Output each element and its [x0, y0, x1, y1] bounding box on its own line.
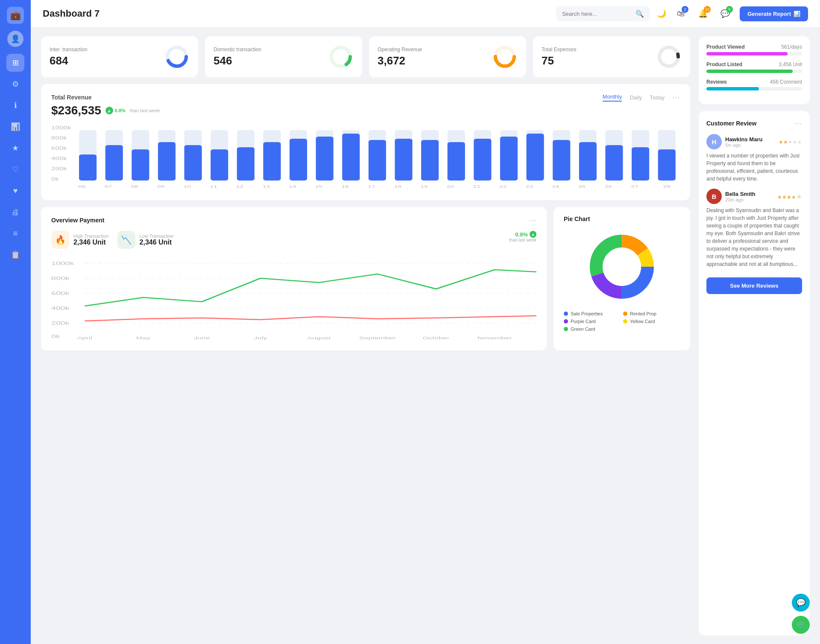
svg-rect-48: [369, 140, 386, 181]
fab-container: 💬 🛒: [792, 594, 810, 634]
sidebar-item-print[interactable]: 🖨: [6, 203, 24, 221]
svg-text:11: 11: [210, 184, 217, 189]
svg-rect-52: [474, 139, 491, 181]
svg-text:20: 20: [447, 184, 454, 189]
header-icons: 🌙 🛍 2 🔔 12 💬 5 Generate Report 📊: [657, 6, 808, 21]
sidebar-item-star[interactable]: ★: [6, 139, 24, 157]
page-title: Dashboard 7: [43, 8, 549, 19]
revenue-more-options[interactable]: ⋯: [672, 93, 680, 102]
revenue-title: Total Revenue: [51, 94, 92, 101]
metric-fill-reviews: [706, 87, 759, 90]
svg-rect-50: [421, 140, 439, 181]
dashboard-right: Product Viewed 561/days Product Listed 3…: [699, 36, 810, 635]
inter-transaction-label: Inter. transaction: [50, 47, 88, 52]
sidebar-item-chart[interactable]: 📊: [6, 118, 24, 136]
review-avatar-1: B: [706, 189, 722, 204]
sidebar-item-list[interactable]: 📋: [6, 246, 24, 264]
svg-rect-45: [290, 139, 307, 181]
message-notification[interactable]: 💬 5: [718, 6, 733, 21]
payment-more-options[interactable]: ⋯: [529, 216, 536, 225]
svg-text:27: 27: [631, 184, 638, 189]
reviews-title: Customer Review: [706, 120, 756, 127]
generate-report-button[interactable]: Generate Report 📊: [740, 6, 808, 21]
low-transaction-icon: 📉: [117, 231, 135, 249]
metric-reviews: Reviews 456 Comment: [706, 79, 802, 90]
see-more-reviews-button[interactable]: See More Reviews: [706, 277, 802, 294]
legend-yellow-card: Yellow Card: [623, 319, 680, 324]
svg-text:13: 13: [263, 184, 270, 189]
theme-toggle-icon[interactable]: 🌙: [657, 9, 666, 18]
tab-today[interactable]: Today: [650, 94, 665, 101]
sidebar-logo[interactable]: 💼: [7, 7, 24, 24]
sidebar-item-dashboard[interactable]: ⊞: [6, 54, 24, 72]
svg-text:0k: 0k: [51, 177, 59, 181]
review-user-0: H Hawkins Maru 5m ago ★★★★★: [706, 134, 802, 149]
payment-title: Overview Payment: [51, 217, 105, 224]
svg-text:800k: 800k: [51, 136, 67, 140]
bell-badge: 12: [704, 6, 711, 13]
stat-card-operating-revenue: Operating Revenue 3,672: [369, 36, 526, 77]
total-expenses-value: 75: [542, 54, 576, 67]
review-time-0: 5m ago: [725, 143, 762, 148]
search-box[interactable]: 🔍: [556, 6, 650, 21]
sidebar-item-heart-fill[interactable]: ♥: [6, 182, 24, 200]
legend-dot-rented: [623, 312, 627, 316]
revenue-change: ▲ 0.8%: [105, 107, 126, 114]
legend-green-card: Green Card: [564, 326, 621, 332]
sidebar-item-settings[interactable]: ⚙: [6, 75, 24, 93]
search-input[interactable]: [562, 11, 632, 17]
review-time-1: 20m ago: [725, 197, 756, 202]
stat-cards-row: Inter. transaction 684 Domestic transact…: [41, 36, 690, 77]
legend-dot-yellow: [623, 319, 627, 323]
svg-text:22: 22: [499, 184, 507, 189]
metrics-card: Product Viewed 561/days Product Listed 3…: [699, 36, 810, 104]
sidebar-item-heart-outline[interactable]: ♡: [6, 160, 24, 178]
chat-fab[interactable]: 💬: [792, 594, 810, 612]
svg-text:06: 06: [78, 184, 85, 189]
bell-notification[interactable]: 🔔 12: [695, 6, 711, 21]
sidebar-item-menu[interactable]: ≡: [6, 224, 24, 242]
reviews-header: Customer Review ⋯: [706, 119, 802, 128]
domestic-transaction-donut: [328, 44, 354, 70]
inter-transaction-donut: [164, 44, 190, 70]
svg-text:August: August: [307, 336, 331, 340]
tab-monthly[interactable]: Monthly: [603, 93, 622, 102]
metric-product-viewed-header: Product Viewed 561/days: [706, 44, 802, 50]
legend-dot-green: [564, 327, 568, 331]
reviews-more-options[interactable]: ⋯: [794, 119, 802, 128]
revenue-header: Total Revenue Monthly Daily Today ⋯: [51, 93, 680, 102]
shopping-notification[interactable]: 🛍 2: [673, 6, 688, 21]
operating-revenue-donut: [492, 44, 518, 70]
stat-card-total-expenses: Total Expenses 75: [533, 36, 690, 77]
high-transaction-label: High Transaction: [73, 233, 109, 239]
svg-text:July: July: [254, 336, 267, 340]
svg-rect-58: [632, 147, 649, 181]
revenue-change-label: than last week: [130, 108, 160, 113]
svg-text:600k: 600k: [51, 146, 67, 151]
svg-text:400k: 400k: [51, 306, 70, 311]
review-stars-1: ★★★★★: [777, 192, 802, 201]
svg-text:April: April: [77, 336, 92, 340]
svg-rect-39: [132, 149, 149, 181]
reviews-card: Customer Review ⋯ H Hawkins Maru 5m ago …: [699, 111, 810, 635]
stat-card-domestic-transaction: Domestic transaction 546: [205, 36, 362, 77]
svg-text:19: 19: [420, 184, 428, 189]
svg-text:200k: 200k: [51, 166, 67, 171]
svg-rect-43: [237, 147, 255, 181]
metric-reviews-header: Reviews 456 Comment: [706, 79, 802, 85]
total-expenses-donut: [656, 44, 682, 70]
svg-rect-46: [316, 137, 334, 181]
sidebar-item-info[interactable]: ℹ: [6, 96, 24, 114]
review-avatar-0: H: [706, 134, 722, 149]
cart-fab[interactable]: 🛒: [792, 616, 810, 634]
user-avatar[interactable]: 👤: [7, 31, 23, 47]
domestic-transaction-label: Domestic transaction: [214, 47, 261, 52]
svg-rect-37: [79, 154, 97, 181]
tab-daily[interactable]: Daily: [630, 94, 642, 101]
search-icon: 🔍: [636, 10, 644, 18]
svg-rect-44: [263, 142, 281, 181]
metric-product-listed: Product Listed 3,456 Unit: [706, 61, 802, 73]
review-item-0: H Hawkins Maru 5m ago ★★★★★ I viewed a n…: [706, 134, 802, 183]
high-transaction-value: 2,346 Unit: [73, 239, 109, 246]
svg-text:10: 10: [184, 184, 191, 189]
